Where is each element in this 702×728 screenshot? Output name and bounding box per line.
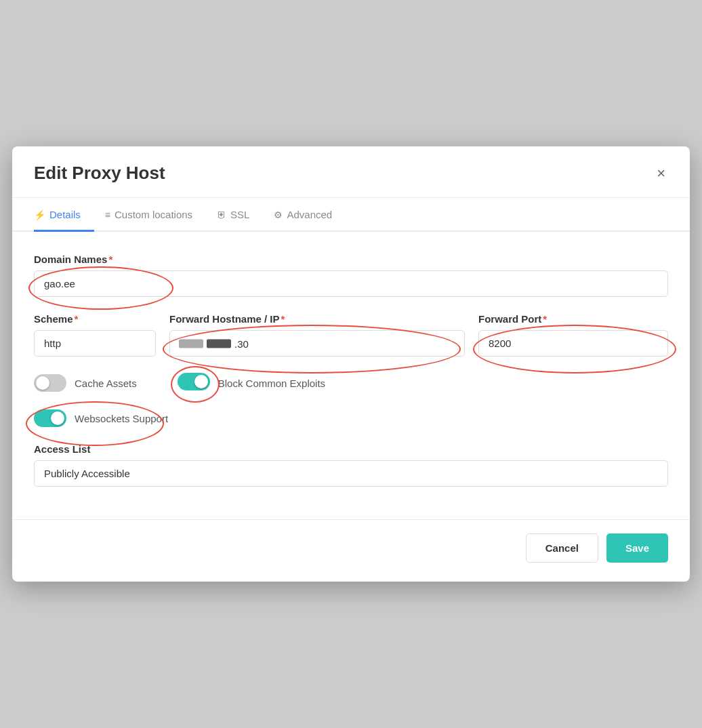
edit-proxy-host-modal: Edit Proxy Host × ⚡ Details ≡ Custom loc… bbox=[12, 146, 690, 582]
port-label: Forward Port* bbox=[478, 313, 668, 325]
tab-custom-locations[interactable]: ≡ Custom locations bbox=[105, 198, 206, 232]
block-exploits-slider bbox=[178, 373, 210, 390]
gear-icon: ⚙ bbox=[274, 209, 283, 220]
block-exploits-toggle-item: Block Common Exploits bbox=[178, 373, 325, 393]
hostname-input[interactable] bbox=[169, 330, 465, 357]
cache-assets-label: Cache Assets bbox=[75, 378, 137, 389]
modal-header: Edit Proxy Host × bbox=[12, 146, 690, 198]
block-exploits-toggle[interactable] bbox=[178, 373, 210, 390]
toggles-row-2: Websockets Support bbox=[34, 409, 668, 427]
required-star-scheme: * bbox=[75, 313, 79, 325]
block-exploits-label: Block Common Exploits bbox=[218, 378, 325, 389]
lightning-icon: ⚡ bbox=[34, 209, 45, 220]
port-input[interactable] bbox=[478, 330, 668, 357]
scheme-input[interactable] bbox=[34, 330, 156, 357]
modal-footer: Cancel Save bbox=[12, 519, 690, 582]
cancel-button[interactable]: Cancel bbox=[526, 533, 598, 563]
close-button[interactable]: × bbox=[654, 163, 668, 184]
save-button[interactable]: Save bbox=[606, 533, 668, 563]
access-list-select[interactable]: Publicly Accessible bbox=[34, 460, 668, 487]
tab-details[interactable]: ⚡ Details bbox=[34, 198, 94, 232]
tab-bar: ⚡ Details ≡ Custom locations ⛨ SSL ⚙ Adv… bbox=[12, 198, 690, 232]
shield-icon: ⛨ bbox=[217, 209, 226, 220]
modal-title: Edit Proxy Host bbox=[34, 163, 165, 184]
domain-names-group: Domain Names* bbox=[34, 254, 668, 297]
required-star-hostname: * bbox=[281, 313, 285, 325]
cache-assets-toggle[interactable] bbox=[34, 374, 66, 392]
tab-ssl[interactable]: ⛨ SSL bbox=[217, 198, 263, 232]
hostname-group: Forward Hostname / IP* .30 bbox=[169, 313, 465, 357]
domain-names-label: Domain Names* bbox=[34, 254, 668, 265]
toggles-row-1: Cache Assets Block Common Exploits bbox=[34, 373, 668, 393]
required-star-port: * bbox=[543, 313, 547, 325]
layers-icon: ≡ bbox=[105, 209, 110, 220]
cache-assets-toggle-item: Cache Assets bbox=[34, 374, 137, 392]
websockets-slider bbox=[34, 409, 66, 427]
websockets-toggle[interactable] bbox=[34, 409, 66, 427]
scheme-hostname-port-row: Scheme* Forward Hostname / IP* .30 bbox=[34, 313, 668, 357]
scheme-label: Scheme* bbox=[34, 313, 156, 325]
cache-assets-slider bbox=[34, 374, 66, 392]
port-group: Forward Port* bbox=[478, 313, 668, 357]
required-star: * bbox=[108, 254, 112, 265]
domain-names-input[interactable] bbox=[34, 270, 668, 297]
websockets-label: Websockets Support bbox=[75, 413, 168, 424]
websockets-toggle-item: Websockets Support bbox=[34, 409, 168, 427]
hostname-label: Forward Hostname / IP* bbox=[169, 313, 465, 325]
scheme-group: Scheme* bbox=[34, 313, 156, 357]
access-list-label: Access List bbox=[34, 443, 668, 455]
modal-body: Domain Names* Scheme* Forward Hostname /… bbox=[12, 232, 690, 519]
access-list-group: Access List Publicly Accessible bbox=[34, 443, 668, 487]
tab-advanced[interactable]: ⚙ Advanced bbox=[274, 198, 346, 232]
